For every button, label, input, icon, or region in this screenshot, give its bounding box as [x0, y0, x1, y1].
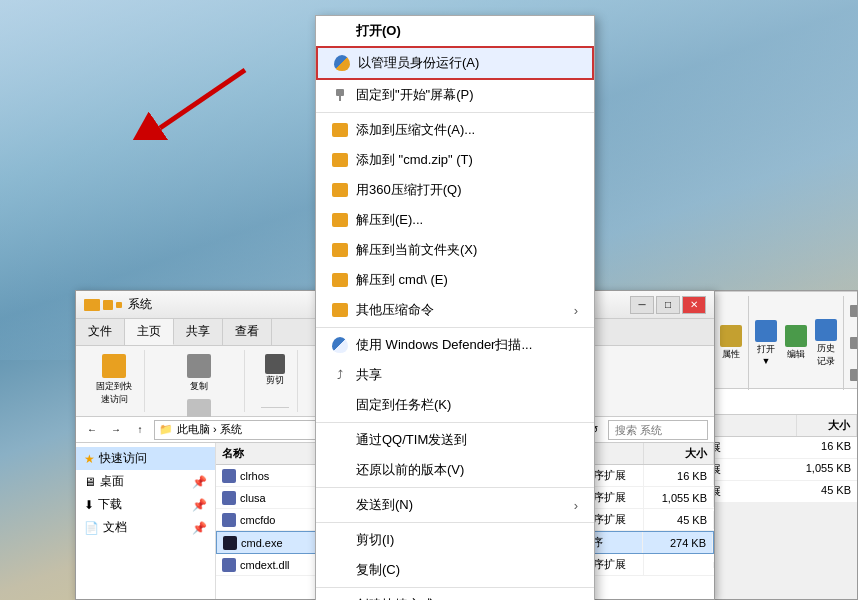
sidebar-item-downloads[interactable]: ⬇ 下载 📌 [76, 493, 215, 516]
ctx-add-cmd-zip[interactable]: 添加到 "cmd.zip" (T) [316, 145, 594, 175]
ctx-extract-label: 解压到(E)... [356, 211, 423, 229]
ctx-cut[interactable]: 剪切(I) [316, 525, 594, 555]
ctx-pin-start[interactable]: 固定到"开始"屏幕(P) [316, 80, 594, 110]
ctx-create-shortcut-label: 创建快捷方式(S) [356, 596, 451, 600]
ctx-extract-here[interactable]: 解压到当前文件夹(X) [316, 235, 594, 265]
cmd-icon [223, 536, 237, 550]
taskbar-pin-icon [332, 397, 348, 413]
pin-quick-access-button[interactable]: 固定到快速访问 [92, 352, 136, 408]
ctx-defender[interactable]: 使用 Windows Defender扫描... [316, 330, 594, 360]
up-button[interactable]: ↑ [130, 420, 150, 440]
ctx-extract-cmd[interactable]: 解压到 cmd\ (E) [316, 265, 594, 295]
sidebar-desktop-label: 桌面 [100, 473, 124, 490]
tab-view[interactable]: 查看 [223, 319, 272, 345]
zip-icon4 [332, 213, 348, 227]
back-button[interactable]: ← [82, 420, 102, 440]
sidebar-item-quick-access[interactable]: ★ 快速访问 [76, 447, 215, 470]
ctx-create-shortcut[interactable]: 创建快捷方式(S) [316, 590, 594, 600]
zip-icon6 [332, 273, 348, 287]
ctx-restore-label: 还原以前的版本(V) [356, 461, 464, 479]
ctx-run-as-admin[interactable]: 以管理员身份运行(A) [316, 46, 594, 80]
sidebar-item-desktop[interactable]: 🖥 桌面 📌 [76, 470, 215, 493]
ctx-add-zip[interactable]: 添加到压缩文件(A)... [316, 115, 594, 145]
tab-home[interactable]: 主页 [125, 319, 174, 345]
zip-icon2 [332, 153, 348, 167]
right-size-cell: 16 KB [797, 437, 857, 458]
minimize-button[interactable]: ─ [630, 296, 654, 314]
file-size-clusa: 1,055 KB [644, 489, 714, 507]
file-size-cmd: 274 KB [643, 534, 713, 552]
file-size-clrhos: 16 KB [644, 467, 714, 485]
cut-label: 剪切 [266, 374, 284, 387]
right-size-cell: 1,055 KB [797, 459, 857, 480]
ctx-open-360[interactable]: 用360压缩打开(Q) [316, 175, 594, 205]
select-all-button[interactable]: 全部选 [848, 296, 858, 326]
forward-button[interactable]: → [106, 420, 126, 440]
ctx-open[interactable]: 打开(O) [316, 16, 594, 46]
close-button[interactable]: ✕ [682, 296, 706, 314]
sidebar-item-docs[interactable]: 📄 文档 📌 [76, 516, 215, 539]
sidebar-downloads-label: 下载 [98, 496, 122, 513]
edit-label: 编辑 [787, 348, 805, 361]
maximize-button[interactable]: □ [656, 296, 680, 314]
copy-icon [187, 354, 211, 378]
open-icon [332, 23, 348, 39]
sendto-arrow: › [574, 498, 578, 513]
edit-button[interactable]: 编辑 [783, 323, 809, 363]
ctx-share[interactable]: ⤴ 共享 [316, 360, 594, 390]
copy-icon-ctx [332, 562, 348, 578]
desktop-icon: 🖥 [84, 475, 96, 489]
ctx-restore[interactable]: 还原以前的版本(V) [316, 455, 594, 485]
ctx-run-as-admin-label: 以管理员身份运行(A) [358, 54, 479, 72]
svg-rect-2 [336, 89, 344, 96]
ctx-copy-label: 复制(C) [356, 561, 400, 579]
history-button[interactable]: 历史记录 [813, 317, 839, 370]
ctx-extract-here-label: 解压到当前文件夹(X) [356, 241, 477, 259]
pin-icon [102, 354, 126, 378]
right-size-cell: 45 KB [797, 481, 857, 502]
invert-select-button[interactable]: 反向选择 [848, 360, 858, 390]
window-controls: ─ □ ✕ [630, 296, 706, 314]
separator-4 [316, 487, 594, 488]
dll-icon [222, 558, 236, 572]
pin-label: 固定到快速访问 [96, 380, 132, 406]
ctx-copy[interactable]: 复制(C) [316, 555, 594, 585]
search-input[interactable] [608, 420, 708, 440]
copy-button[interactable]: 复制 [183, 352, 215, 395]
zip-icon [332, 123, 348, 137]
qq-icon [332, 432, 348, 448]
red-arrow [130, 60, 250, 140]
ctx-extract-cmd-label: 解压到 cmd\ (E) [356, 271, 448, 289]
tab-file[interactable]: 文件 [76, 319, 125, 345]
ctx-add-cmd-zip-label: 添加到 "cmd.zip" (T) [356, 151, 473, 169]
ctx-open-label: 打开(O) [356, 22, 401, 40]
pin-desktop-icon: 📌 [192, 475, 207, 489]
zip-icon7 [332, 303, 348, 317]
ctx-extract[interactable]: 解压到(E)... [316, 205, 594, 235]
pin-icon [332, 87, 348, 103]
file-size-cmcfdo: 45 KB [644, 511, 714, 529]
separator-6 [316, 587, 594, 588]
ctx-other-zip[interactable]: 其他压缩命令 › [316, 295, 594, 325]
ctx-send-qq[interactable]: 通过QQ/TIM发送到 [316, 425, 594, 455]
clipboard-group: 复制 粘贴 复制路径 粘贴快捷方 剪贴板 [153, 350, 245, 412]
ctx-send-to[interactable]: 发送到(N) › [316, 490, 594, 520]
folder-title-icon2 [103, 300, 113, 310]
folder-icon-small: 📁 [159, 423, 173, 436]
properties-button[interactable]: 属性 [718, 323, 744, 363]
scissors-icon [265, 354, 285, 374]
ctx-defender-label: 使用 Windows Defender扫描... [356, 336, 532, 354]
sidebar-docs-label: 文档 [103, 519, 127, 536]
size-column-header[interactable]: 大小 [644, 443, 714, 464]
open-button[interactable]: 打开 ▼ [753, 318, 779, 368]
submenu-arrow: › [574, 303, 578, 318]
cut-button[interactable]: 剪切 [261, 352, 289, 389]
tab-share[interactable]: 共享 [174, 319, 223, 345]
history-label: 历史记录 [815, 342, 837, 368]
ctx-pin-taskbar[interactable]: 固定到任务栏(K) [316, 390, 594, 420]
sidebar: ★ 快速访问 🖥 桌面 📌 ⬇ 下载 📌 📄 文档 📌 [76, 443, 216, 599]
deselect-all-button[interactable]: 全部取消 [848, 328, 858, 358]
docs-icon: 📄 [84, 521, 99, 535]
quick-access-group: 固定到快速访问 [84, 350, 145, 412]
dll-icon [222, 513, 236, 527]
